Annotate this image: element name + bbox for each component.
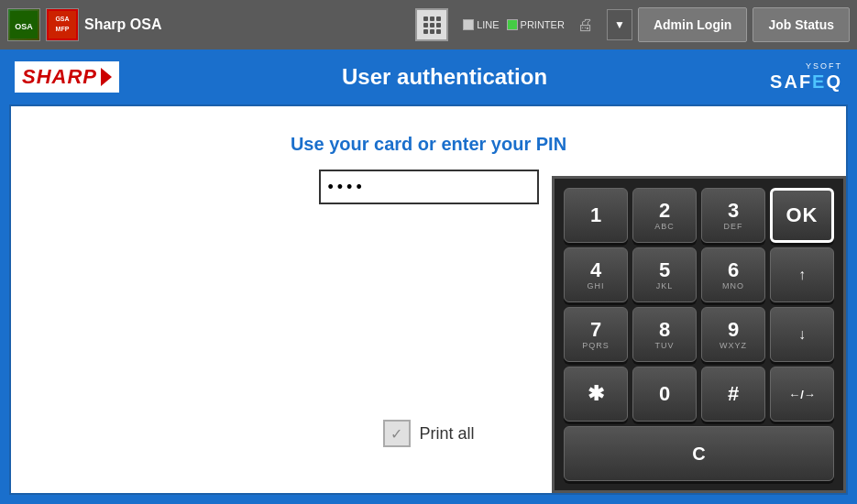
key-down[interactable]: ↓ — [770, 307, 834, 362]
logo-area: OSA GSA MFP Sharp OSA — [7, 8, 410, 41]
printer-icon: 🖨 — [572, 12, 599, 38]
svg-text:OSA: OSA — [15, 22, 33, 31]
status-indicators: LINE PRINTER 🖨 ▼ — [463, 9, 632, 40]
ysoft-label: YSOFT — [770, 61, 842, 71]
print-all-label: Print all — [419, 424, 474, 444]
key-0[interactable]: 0 — [632, 367, 697, 422]
sharp-brand-triangle — [101, 68, 112, 86]
svg-text:GSA: GSA — [55, 16, 69, 22]
sharp-logo-icon: OSA — [7, 8, 40, 41]
print-all-area: ✓ Print all — [382, 420, 474, 447]
admin-login-button[interactable]: Admin Login — [638, 7, 748, 42]
printer-indicator: PRINTER — [507, 19, 565, 30]
svg-text:MFP: MFP — [56, 26, 70, 32]
keypad-icon — [415, 8, 448, 41]
key-up[interactable]: ↑ — [770, 247, 834, 302]
sharp-brand-text: SHARP — [22, 65, 97, 89]
key-4[interactable]: 4 GHI — [564, 247, 628, 302]
line-indicator-box — [463, 19, 474, 30]
key-7[interactable]: 7 PQRS — [564, 307, 628, 362]
printer-label: PRINTER — [521, 19, 565, 30]
app-title: Sharp OSA — [84, 16, 161, 33]
safeq-text: SAFEQ — [770, 71, 842, 93]
key-star[interactable]: ✱ — [564, 367, 628, 422]
key-2[interactable]: 2 ABC — [632, 188, 697, 243]
line-indicator: LINE — [463, 19, 499, 30]
safeq-logo: YSOFT SAFEQ — [770, 61, 842, 93]
osa-logo-icon: GSA MFP — [46, 8, 79, 41]
job-status-button[interactable]: Job Status — [753, 7, 850, 42]
key-5[interactable]: 5 JKL — [632, 247, 697, 302]
content-box: Use your card or enter your PIN ✓ Print … — [9, 104, 848, 495]
main-area: SHARP User authentication YSOFT SAFEQ Us… — [0, 49, 857, 504]
key-8[interactable]: 8 TUV — [632, 307, 697, 362]
dropdown-arrow[interactable]: ▼ — [607, 9, 632, 40]
pin-input[interactable] — [319, 170, 539, 204]
key-leftright[interactable]: ←/→ — [770, 367, 834, 422]
top-bar: OSA GSA MFP Sharp OSA LINE PRINTER 🖨 ▼ A… — [0, 0, 857, 49]
prompt-text: Use your card or enter your PIN — [291, 134, 566, 155]
print-all-checkbox[interactable]: ✓ — [382, 420, 410, 447]
line-label: LINE — [477, 19, 499, 30]
key-hash[interactable]: # — [701, 367, 765, 422]
key-6[interactable]: 6 MNO — [701, 247, 765, 302]
header-bar: SHARP User authentication YSOFT SAFEQ — [0, 49, 857, 104]
key-clear[interactable]: C — [564, 426, 834, 481]
sharp-brand: SHARP — [15, 61, 119, 93]
page-title: User authentication — [119, 64, 770, 90]
key-ok[interactable]: OK — [770, 188, 834, 243]
key-3[interactable]: 3 DEF — [701, 188, 765, 243]
printer-indicator-box — [507, 19, 518, 30]
key-1[interactable]: 1 — [564, 188, 628, 243]
numpad: 1 2 ABC 3 DEF OK 4 GHI 5 JKL — [552, 176, 846, 493]
key-9[interactable]: 9 WXYZ — [701, 307, 765, 362]
